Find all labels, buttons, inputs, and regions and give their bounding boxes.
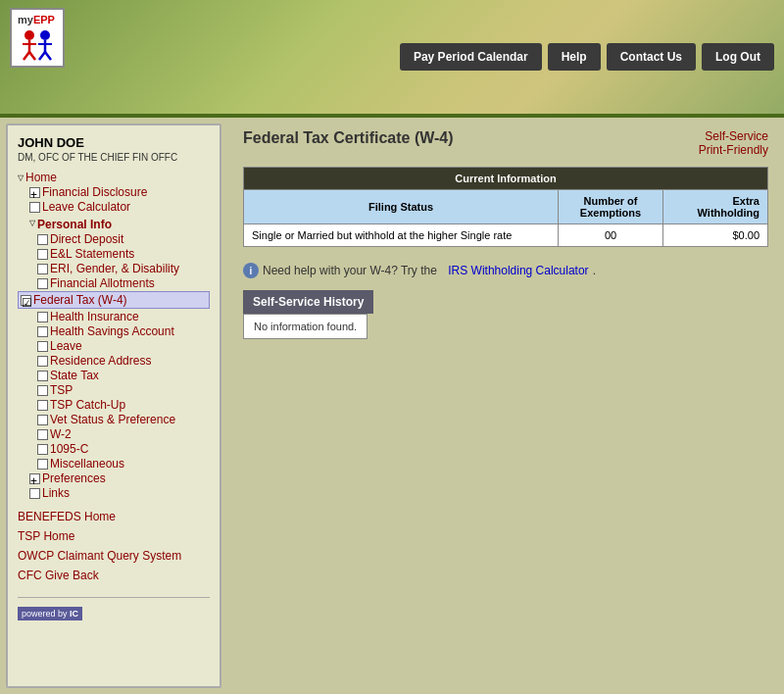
sidebar-item-financial-allotments[interactable]: Financial Allotments <box>50 276 155 290</box>
sidebar-item-leave-calculator[interactable]: Leave Calculator <box>42 200 130 214</box>
sidebar-item-w2[interactable]: W-2 <box>50 427 72 441</box>
help-text: i Need help with your W-4? Try the IRS W… <box>243 263 768 278</box>
sidebar-item-federal-tax[interactable]: Federal Tax (W-4) <box>33 293 127 307</box>
sidebar-item-vet-status[interactable]: Vet Status & Preference <box>50 413 175 426</box>
table-row: Single or Married but withhold at the hi… <box>244 224 768 247</box>
health-savings-checkbox[interactable] <box>37 326 48 337</box>
financial-allotments-checkbox[interactable] <box>37 278 48 289</box>
owcp-link[interactable]: OWCP Claimant Query System <box>18 549 210 563</box>
direct-deposit-checkbox[interactable] <box>37 234 48 245</box>
tsp-checkbox[interactable] <box>37 385 48 396</box>
links-checkbox[interactable] <box>29 488 40 499</box>
col-filing-status: Filing Status <box>244 190 559 224</box>
header-nav: Pay Period Calendar Help Contact Us Log … <box>400 43 774 71</box>
powered-by-label: powered by IC <box>18 607 82 620</box>
content-top: Federal Tax Certificate (W-4) Self-Servi… <box>243 129 768 157</box>
logo-area: myEPP <box>10 8 65 68</box>
sidebar-item-residence-address[interactable]: Residence Address <box>50 354 151 368</box>
financial-disclosure-checkbox[interactable]: + <box>29 187 40 198</box>
irs-calculator-link[interactable]: IRS Withholding Calculator <box>448 264 588 277</box>
sidebar-nav: ▽ Home + Financial Disclosure Leave Calc… <box>18 171 210 500</box>
sidebar-item-direct-deposit[interactable]: Direct Deposit <box>50 232 123 246</box>
help-icon: i <box>243 263 259 278</box>
help-text-after: . <box>593 264 596 277</box>
svg-line-8 <box>39 52 45 60</box>
help-text-before: Need help with your W-4? Try the <box>263 264 437 277</box>
tsp-home-link[interactable]: TSP Home <box>18 529 210 543</box>
w2-checkbox[interactable] <box>37 429 48 440</box>
sidebar-item-el-statements[interactable]: E&L Statements <box>50 247 134 261</box>
svg-line-3 <box>24 52 29 60</box>
logo-text: myEPP <box>18 14 57 25</box>
state-tax-checkbox[interactable] <box>37 371 48 381</box>
sidebar-item-links[interactable]: Links <box>42 486 70 500</box>
logo-figure <box>18 27 57 62</box>
leave-checkbox[interactable] <box>37 341 48 352</box>
sidebar-item-miscellaneous[interactable]: Miscellaneous <box>50 457 124 471</box>
benefeds-home-link[interactable]: BENEFEDS Home <box>18 510 210 523</box>
1095c-checkbox[interactable] <box>37 444 48 455</box>
filing-status-cell: Single or Married but withhold at the hi… <box>244 224 559 247</box>
user-name: JOHN DOE <box>18 135 210 150</box>
sidebar-item-financial-disclosure[interactable]: Financial Disclosure <box>42 185 147 199</box>
help-button[interactable]: Help <box>548 43 601 71</box>
sidebar-item-health-insurance[interactable]: Health Insurance <box>50 310 139 323</box>
miscellaneous-checkbox[interactable] <box>37 459 48 470</box>
content-area: Federal Tax Certificate (W-4) Self-Servi… <box>227 118 784 694</box>
top-links: Self-Service Print-Friendly <box>699 129 768 157</box>
withholding-cell: $0.00 <box>663 224 768 247</box>
sidebar-item-health-savings[interactable]: Health Savings Account <box>50 324 174 338</box>
sidebar-item-preferences[interactable]: Preferences <box>42 471 106 485</box>
log-out-button[interactable]: Log Out <box>702 43 774 71</box>
self-service-link[interactable]: Self-Service <box>699 129 768 143</box>
sidebar-item-leave[interactable]: Leave <box>50 339 82 353</box>
sidebar-item-tsp-catchup[interactable]: TSP Catch-Up <box>50 398 125 412</box>
ssh-header: Self-Service History <box>243 290 373 314</box>
sidebar-external-links: BENEFEDS Home TSP Home OWCP Claimant Que… <box>18 510 210 582</box>
col-withholding: Extra Withholding <box>663 190 768 224</box>
svg-line-9 <box>45 52 51 60</box>
eri-checkbox[interactable] <box>37 264 48 274</box>
powered-by: powered by IC <box>18 597 210 620</box>
svg-point-5 <box>40 30 50 40</box>
header: myEPP Pay Period Calendar Help <box>0 0 784 118</box>
current-info-table: Current Information Filing Status Number… <box>243 167 768 247</box>
vet-status-checkbox[interactable] <box>37 415 48 425</box>
self-service-history-section: Self-Service History No information foun… <box>243 290 768 339</box>
svg-point-0 <box>24 30 34 40</box>
sidebar: JOHN DOE DM, OFC OF THE CHIEF FIN OFFC ▽… <box>6 124 221 688</box>
health-insurance-checkbox[interactable] <box>37 312 48 322</box>
exemptions-cell: 00 <box>559 224 663 247</box>
cfc-link[interactable]: CFC Give Back <box>18 569 210 582</box>
logo-box: myEPP <box>10 8 65 68</box>
main-layout: JOHN DOE DM, OFC OF THE CHIEF FIN OFFC ▽… <box>0 118 784 694</box>
tsp-catchup-checkbox[interactable] <box>37 400 48 411</box>
sidebar-item-personal-info[interactable]: Personal Info <box>37 218 112 231</box>
user-dept: DM, OFC OF THE CHIEF FIN OFFC <box>18 152 210 163</box>
svg-line-4 <box>29 52 35 60</box>
el-statements-checkbox[interactable] <box>37 249 48 260</box>
page-title: Federal Tax Certificate (W-4) <box>243 129 454 147</box>
home-triangle: ▽ <box>18 174 24 182</box>
sidebar-item-1095c[interactable]: 1095-C <box>50 442 88 456</box>
table-header: Current Information <box>244 168 768 190</box>
ssh-body: No information found. <box>243 314 368 339</box>
print-friendly-link[interactable]: Print-Friendly <box>699 143 768 157</box>
preferences-checkbox[interactable]: + <box>29 473 40 484</box>
sidebar-item-eri[interactable]: ERI, Gender, & Disability <box>50 262 179 275</box>
leave-calculator-checkbox[interactable] <box>29 202 40 213</box>
sidebar-item-tsp[interactable]: TSP <box>50 383 73 397</box>
sidebar-item-state-tax[interactable]: State Tax <box>50 369 99 382</box>
personal-info-triangle: ▽ <box>29 219 35 227</box>
pay-period-calendar-button[interactable]: Pay Period Calendar <box>400 43 542 71</box>
col-exemptions: Number of Exemptions <box>559 190 663 224</box>
sidebar-item-home[interactable]: Home <box>25 171 57 184</box>
residence-address-checkbox[interactable] <box>37 356 48 367</box>
contact-us-button[interactable]: Contact Us <box>607 43 696 71</box>
federal-tax-checkbox[interactable]: ☑ <box>21 295 31 306</box>
